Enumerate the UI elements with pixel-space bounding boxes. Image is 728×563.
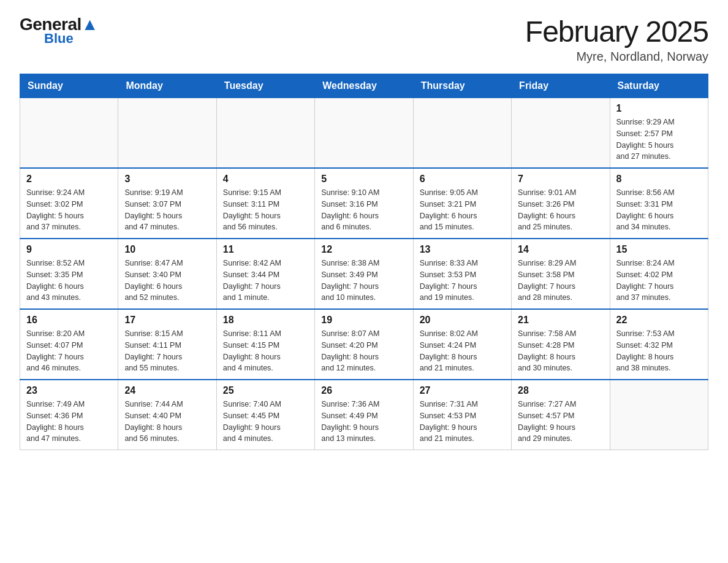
- day-number: 22: [616, 315, 702, 326]
- logo: General▲ Blue: [20, 15, 98, 47]
- calendar-table: SundayMondayTuesdayWednesdayThursdayFrid…: [20, 74, 708, 450]
- calendar-cell: 3Sunrise: 9:19 AMSunset: 3:07 PMDaylight…: [118, 168, 216, 239]
- calendar-cell: 6Sunrise: 9:05 AMSunset: 3:21 PMDaylight…: [413, 168, 511, 239]
- day-info: Sunrise: 7:31 AMSunset: 4:53 PMDaylight:…: [420, 399, 505, 445]
- day-info: Sunrise: 7:58 AMSunset: 4:28 PMDaylight:…: [518, 328, 603, 374]
- calendar-cell: [20, 98, 118, 169]
- location-text: Myre, Nordland, Norway: [525, 50, 708, 64]
- day-number: 14: [518, 244, 603, 255]
- day-number: 3: [124, 174, 210, 185]
- logo-arrow-icon: ▲: [82, 15, 98, 34]
- day-number: 28: [518, 385, 603, 396]
- calendar-cell: 10Sunrise: 8:47 AMSunset: 3:40 PMDayligh…: [118, 239, 216, 309]
- day-info: Sunrise: 8:24 AMSunset: 4:02 PMDaylight:…: [616, 258, 702, 304]
- calendar-cell: 4Sunrise: 9:15 AMSunset: 3:11 PMDaylight…: [216, 168, 314, 239]
- day-number: 4: [223, 174, 308, 185]
- day-number: 5: [321, 174, 406, 185]
- day-number: 17: [124, 315, 210, 326]
- day-number: 18: [223, 315, 308, 326]
- calendar-week-row: 16Sunrise: 8:20 AMSunset: 4:07 PMDayligh…: [20, 309, 708, 380]
- day-info: Sunrise: 8:52 AMSunset: 3:35 PMDaylight:…: [26, 258, 112, 304]
- calendar-cell: 20Sunrise: 8:02 AMSunset: 4:24 PMDayligh…: [413, 309, 511, 380]
- page-header: General▲ Blue February 2025 Myre, Nordla…: [20, 15, 708, 64]
- day-info: Sunrise: 7:40 AMSunset: 4:45 PMDaylight:…: [223, 399, 308, 445]
- weekday-header-sunday: Sunday: [20, 74, 118, 98]
- calendar-cell: 23Sunrise: 7:49 AMSunset: 4:36 PMDayligh…: [20, 380, 118, 450]
- day-info: Sunrise: 7:36 AMSunset: 4:49 PMDaylight:…: [321, 399, 406, 445]
- day-info: Sunrise: 9:10 AMSunset: 3:16 PMDaylight:…: [321, 187, 406, 233]
- weekday-header-row: SundayMondayTuesdayWednesdayThursdayFrid…: [20, 74, 708, 98]
- day-info: Sunrise: 8:47 AMSunset: 3:40 PMDaylight:…: [124, 258, 210, 304]
- calendar-week-row: 9Sunrise: 8:52 AMSunset: 3:35 PMDaylight…: [20, 239, 708, 309]
- day-info: Sunrise: 7:53 AMSunset: 4:32 PMDaylight:…: [616, 328, 702, 374]
- calendar-cell: 27Sunrise: 7:31 AMSunset: 4:53 PMDayligh…: [413, 380, 511, 450]
- calendar-cell: 11Sunrise: 8:42 AMSunset: 3:44 PMDayligh…: [216, 239, 314, 309]
- calendar-cell: [413, 98, 511, 169]
- calendar-cell: [216, 98, 314, 169]
- day-info: Sunrise: 8:02 AMSunset: 4:24 PMDaylight:…: [420, 328, 505, 374]
- day-number: 1: [616, 103, 702, 114]
- calendar-cell: 8Sunrise: 8:56 AMSunset: 3:31 PMDaylight…: [610, 168, 708, 239]
- day-info: Sunrise: 8:29 AMSunset: 3:58 PMDaylight:…: [518, 258, 603, 304]
- day-number: 11: [223, 244, 308, 255]
- calendar-cell: 28Sunrise: 7:27 AMSunset: 4:57 PMDayligh…: [512, 380, 610, 450]
- day-number: 24: [124, 385, 210, 396]
- calendar-cell: 13Sunrise: 8:33 AMSunset: 3:53 PMDayligh…: [413, 239, 511, 309]
- day-number: 16: [26, 315, 112, 326]
- month-title: February 2025: [525, 15, 708, 48]
- calendar-cell: 24Sunrise: 7:44 AMSunset: 4:40 PMDayligh…: [118, 380, 216, 450]
- calendar-cell: 2Sunrise: 9:24 AMSunset: 3:02 PMDaylight…: [20, 168, 118, 239]
- calendar-cell: 17Sunrise: 8:15 AMSunset: 4:11 PMDayligh…: [118, 309, 216, 380]
- calendar-cell: 26Sunrise: 7:36 AMSunset: 4:49 PMDayligh…: [315, 380, 413, 450]
- calendar-cell: 21Sunrise: 7:58 AMSunset: 4:28 PMDayligh…: [512, 309, 610, 380]
- day-number: 25: [223, 385, 308, 396]
- day-info: Sunrise: 9:01 AMSunset: 3:26 PMDaylight:…: [518, 187, 603, 233]
- calendar-cell: 15Sunrise: 8:24 AMSunset: 4:02 PMDayligh…: [610, 239, 708, 309]
- day-number: 21: [518, 315, 603, 326]
- weekday-header-saturday: Saturday: [610, 74, 708, 98]
- day-number: 20: [420, 315, 505, 326]
- day-number: 9: [26, 244, 112, 255]
- calendar-week-row: 2Sunrise: 9:24 AMSunset: 3:02 PMDaylight…: [20, 168, 708, 239]
- calendar-cell: 18Sunrise: 8:11 AMSunset: 4:15 PMDayligh…: [216, 309, 314, 380]
- calendar-body: 1Sunrise: 9:29 AMSunset: 2:57 PMDaylight…: [20, 98, 708, 450]
- calendar-cell: 9Sunrise: 8:52 AMSunset: 3:35 PMDaylight…: [20, 239, 118, 309]
- calendar-cell: [315, 98, 413, 169]
- calendar-cell: 19Sunrise: 8:07 AMSunset: 4:20 PMDayligh…: [315, 309, 413, 380]
- logo-blue-text: Blue: [44, 31, 74, 47]
- day-number: 7: [518, 174, 603, 185]
- day-number: 26: [321, 385, 406, 396]
- day-number: 23: [26, 385, 112, 396]
- day-number: 2: [26, 174, 112, 185]
- day-number: 13: [420, 244, 505, 255]
- calendar-week-row: 1Sunrise: 9:29 AMSunset: 2:57 PMDaylight…: [20, 98, 708, 169]
- calendar-cell: 12Sunrise: 8:38 AMSunset: 3:49 PMDayligh…: [315, 239, 413, 309]
- title-block: February 2025 Myre, Nordland, Norway: [525, 15, 708, 64]
- calendar-cell: 25Sunrise: 7:40 AMSunset: 4:45 PMDayligh…: [216, 380, 314, 450]
- day-info: Sunrise: 8:56 AMSunset: 3:31 PMDaylight:…: [616, 187, 702, 233]
- day-number: 19: [321, 315, 406, 326]
- day-info: Sunrise: 8:11 AMSunset: 4:15 PMDaylight:…: [223, 328, 308, 374]
- day-info: Sunrise: 9:15 AMSunset: 3:11 PMDaylight:…: [223, 187, 308, 233]
- day-number: 15: [616, 244, 702, 255]
- calendar-cell: 16Sunrise: 8:20 AMSunset: 4:07 PMDayligh…: [20, 309, 118, 380]
- day-info: Sunrise: 8:33 AMSunset: 3:53 PMDaylight:…: [420, 258, 505, 304]
- calendar-cell: [118, 98, 216, 169]
- calendar-cell: 22Sunrise: 7:53 AMSunset: 4:32 PMDayligh…: [610, 309, 708, 380]
- day-number: 6: [420, 174, 505, 185]
- day-info: Sunrise: 7:49 AMSunset: 4:36 PMDaylight:…: [26, 399, 112, 445]
- day-number: 27: [420, 385, 505, 396]
- weekday-header-friday: Friday: [512, 74, 610, 98]
- calendar-header: SundayMondayTuesdayWednesdayThursdayFrid…: [20, 74, 708, 98]
- calendar-cell: [512, 98, 610, 169]
- weekday-header-thursday: Thursday: [413, 74, 511, 98]
- calendar-cell: 14Sunrise: 8:29 AMSunset: 3:58 PMDayligh…: [512, 239, 610, 309]
- day-info: Sunrise: 8:38 AMSunset: 3:49 PMDaylight:…: [321, 258, 406, 304]
- day-info: Sunrise: 8:07 AMSunset: 4:20 PMDaylight:…: [321, 328, 406, 374]
- day-info: Sunrise: 8:42 AMSunset: 3:44 PMDaylight:…: [223, 258, 308, 304]
- day-number: 8: [616, 174, 702, 185]
- day-info: Sunrise: 7:27 AMSunset: 4:57 PMDaylight:…: [518, 399, 603, 445]
- day-info: Sunrise: 9:24 AMSunset: 3:02 PMDaylight:…: [26, 187, 112, 233]
- day-number: 12: [321, 244, 406, 255]
- calendar-week-row: 23Sunrise: 7:49 AMSunset: 4:36 PMDayligh…: [20, 380, 708, 450]
